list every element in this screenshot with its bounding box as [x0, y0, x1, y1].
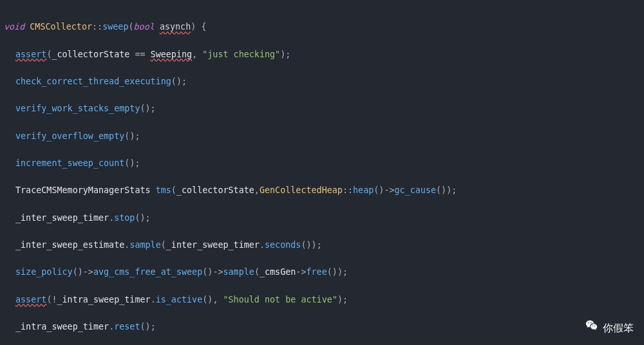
- watermark: 你假笨: [585, 319, 634, 337]
- code-line: assert(!_intra_sweep_timer.is_active(), …: [4, 293, 640, 306]
- code-line: verify_overflow_empty();: [4, 129, 640, 143]
- code-line: _inter_sweep_timer.stop();: [4, 211, 640, 225]
- code-line: check_correct_thread_executing();: [4, 75, 640, 88]
- wechat-icon: [585, 319, 599, 337]
- watermark-text: 你假笨: [603, 320, 634, 336]
- code-line: increment_sweep_count();: [4, 156, 640, 170]
- code-line: void CMSCollector::sweep(bool asynch) {: [4, 20, 640, 33]
- code-line: assert(_collectorState == Sweeping, "jus…: [4, 48, 640, 61]
- code-line: TraceCMSMemoryManagerStats tms(_collecto…: [4, 183, 640, 197]
- code-line: _inter_sweep_estimate.sample(_inter_swee…: [4, 238, 640, 252]
- keyword: void: [4, 22, 24, 32]
- code-line: size_policy()->avg_cms_free_at_sweep()->…: [4, 265, 640, 279]
- function-name: sweep: [102, 22, 128, 32]
- code-viewer: void CMSCollector::sweep(bool asynch) { …: [0, 0, 644, 345]
- class-name: CMSCollector: [30, 22, 92, 32]
- param: asynch: [160, 22, 191, 32]
- code-line: _intra_sweep_timer.reset();: [4, 320, 640, 333]
- code-line: verify_work_stacks_empty();: [4, 102, 640, 115]
